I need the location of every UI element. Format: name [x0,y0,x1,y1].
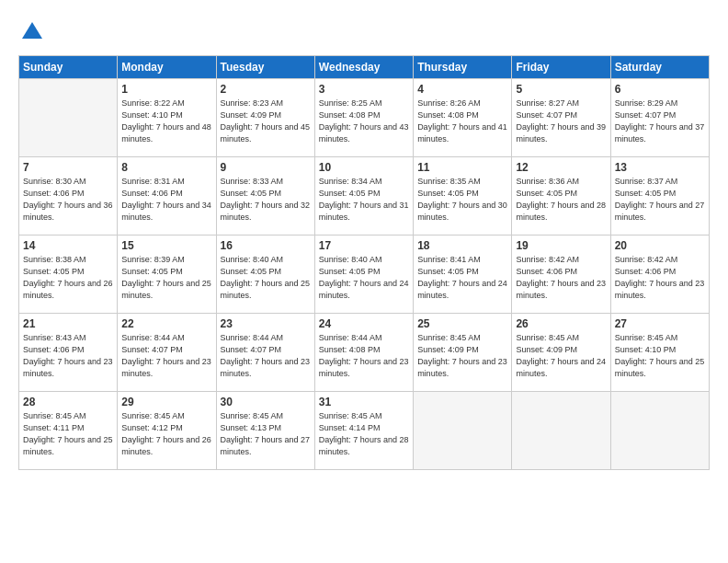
day-number: 3 [319,83,409,96]
weekday-header-wednesday: Wednesday [314,56,413,79]
day-info: Sunrise: 8:42 AMSunset: 4:06 PMDaylight:… [615,254,705,302]
day-info: Sunrise: 8:26 AMSunset: 4:08 PMDaylight:… [417,98,507,145]
day-cell: 24Sunrise: 8:44 AMSunset: 4:08 PMDayligh… [314,314,413,392]
day-cell: 11Sunrise: 8:35 AMSunset: 4:05 PMDayligh… [414,157,512,236]
day-info: Sunrise: 8:45 AMSunset: 4:10 PMDaylight:… [615,332,705,380]
day-cell: 13Sunrise: 8:37 AMSunset: 4:05 PMDayligh… [610,157,709,236]
logo [18,18,50,46]
day-cell [414,392,512,470]
weekday-header-monday: Monday [118,56,216,79]
day-number: 5 [516,83,606,96]
day-info: Sunrise: 8:40 AMSunset: 4:05 PMDaylight:… [221,254,311,302]
day-number: 2 [221,83,311,96]
day-cell: 21Sunrise: 8:43 AMSunset: 4:06 PMDayligh… [19,314,118,392]
day-number: 8 [121,161,211,174]
day-info: Sunrise: 8:38 AMSunset: 4:05 PMDaylight:… [23,254,113,302]
day-cell: 15Sunrise: 8:39 AMSunset: 4:05 PMDayligh… [118,236,216,314]
week-row-4: 28Sunrise: 8:45 AMSunset: 4:11 PMDayligh… [19,392,710,470]
day-info: Sunrise: 8:35 AMSunset: 4:05 PMDaylight:… [417,176,507,224]
day-number: 9 [221,161,311,174]
calendar: SundayMondayTuesdayWednesdayThursdayFrid… [18,55,710,470]
day-number: 24 [319,317,409,330]
day-info: Sunrise: 8:37 AMSunset: 4:05 PMDaylight:… [615,176,705,224]
day-number: 31 [319,396,409,408]
day-info: Sunrise: 8:33 AMSunset: 4:05 PMDaylight:… [221,176,311,224]
day-number: 25 [417,317,507,330]
week-row-2: 14Sunrise: 8:38 AMSunset: 4:05 PMDayligh… [19,236,710,314]
day-info: Sunrise: 8:44 AMSunset: 4:07 PMDaylight:… [121,332,211,380]
day-info: Sunrise: 8:43 AMSunset: 4:06 PMDaylight:… [23,332,113,380]
day-cell: 30Sunrise: 8:45 AMSunset: 4:13 PMDayligh… [216,392,314,470]
day-number: 18 [417,239,507,252]
day-cell: 5Sunrise: 8:27 AMSunset: 4:07 PMDaylight… [512,79,610,157]
day-info: Sunrise: 8:34 AMSunset: 4:05 PMDaylight:… [319,176,409,224]
week-row-0: 1Sunrise: 8:22 AMSunset: 4:10 PMDaylight… [19,79,710,157]
day-cell: 26Sunrise: 8:45 AMSunset: 4:09 PMDayligh… [512,314,610,392]
day-cell: 3Sunrise: 8:25 AMSunset: 4:08 PMDaylight… [314,79,413,157]
day-number: 4 [417,83,507,96]
day-number: 1 [121,83,211,96]
day-number: 13 [615,161,705,174]
day-number: 12 [516,161,606,174]
header [18,15,710,46]
day-cell: 17Sunrise: 8:40 AMSunset: 4:05 PMDayligh… [314,236,413,314]
day-number: 7 [23,161,113,174]
day-info: Sunrise: 8:44 AMSunset: 4:07 PMDaylight:… [221,332,311,380]
day-cell: 28Sunrise: 8:45 AMSunset: 4:11 PMDayligh… [19,392,118,470]
day-cell: 20Sunrise: 8:42 AMSunset: 4:06 PMDayligh… [610,236,709,314]
day-cell: 2Sunrise: 8:23 AMSunset: 4:09 PMDaylight… [216,79,314,157]
day-cell: 9Sunrise: 8:33 AMSunset: 4:05 PMDaylight… [216,157,314,236]
day-info: Sunrise: 8:45 AMSunset: 4:09 PMDaylight:… [417,332,507,380]
day-cell: 16Sunrise: 8:40 AMSunset: 4:05 PMDayligh… [216,236,314,314]
week-row-1: 7Sunrise: 8:30 AMSunset: 4:06 PMDaylight… [19,157,710,236]
day-number: 23 [221,317,311,330]
weekday-header-tuesday: Tuesday [216,56,314,79]
day-cell [512,392,610,470]
day-number: 19 [516,239,606,252]
day-info: Sunrise: 8:39 AMSunset: 4:05 PMDaylight:… [121,254,211,302]
day-info: Sunrise: 8:25 AMSunset: 4:08 PMDaylight:… [319,98,409,145]
weekday-header-row: SundayMondayTuesdayWednesdayThursdayFrid… [19,56,710,79]
day-cell: 23Sunrise: 8:44 AMSunset: 4:07 PMDayligh… [216,314,314,392]
day-info: Sunrise: 8:41 AMSunset: 4:05 PMDaylight:… [417,254,507,302]
day-cell: 29Sunrise: 8:45 AMSunset: 4:12 PMDayligh… [118,392,216,470]
day-number: 26 [516,317,606,330]
day-cell: 1Sunrise: 8:22 AMSunset: 4:10 PMDaylight… [118,79,216,157]
day-info: Sunrise: 8:27 AMSunset: 4:07 PMDaylight:… [516,98,606,145]
day-cell [19,79,118,157]
day-info: Sunrise: 8:45 AMSunset: 4:12 PMDaylight:… [121,410,211,458]
svg-rect-1 [29,33,35,39]
day-info: Sunrise: 8:44 AMSunset: 4:08 PMDaylight:… [319,332,409,380]
day-cell: 25Sunrise: 8:45 AMSunset: 4:09 PMDayligh… [414,314,512,392]
day-info: Sunrise: 8:45 AMSunset: 4:11 PMDaylight:… [23,410,113,458]
day-number: 15 [121,239,211,252]
day-cell: 14Sunrise: 8:38 AMSunset: 4:05 PMDayligh… [19,236,118,314]
day-number: 20 [615,239,705,252]
day-number: 6 [615,83,705,96]
day-cell: 18Sunrise: 8:41 AMSunset: 4:05 PMDayligh… [414,236,512,314]
weekday-header-saturday: Saturday [610,56,709,79]
day-cell: 8Sunrise: 8:31 AMSunset: 4:06 PMDaylight… [118,157,216,236]
day-cell: 22Sunrise: 8:44 AMSunset: 4:07 PMDayligh… [118,314,216,392]
day-cell: 31Sunrise: 8:45 AMSunset: 4:14 PMDayligh… [314,392,413,470]
day-info: Sunrise: 8:45 AMSunset: 4:13 PMDaylight:… [221,410,311,458]
day-number: 27 [615,317,705,330]
day-info: Sunrise: 8:36 AMSunset: 4:05 PMDaylight:… [516,176,606,224]
page: SundayMondayTuesdayWednesdayThursdayFrid… [0,0,728,563]
day-info: Sunrise: 8:23 AMSunset: 4:09 PMDaylight:… [221,98,311,145]
day-info: Sunrise: 8:45 AMSunset: 4:14 PMDaylight:… [319,410,409,458]
weekday-header-thursday: Thursday [414,56,512,79]
day-info: Sunrise: 8:29 AMSunset: 4:07 PMDaylight:… [615,98,705,145]
weekday-header-friday: Friday [512,56,610,79]
day-number: 14 [23,239,113,252]
day-number: 16 [221,239,311,252]
weekday-header-sunday: Sunday [19,56,118,79]
day-info: Sunrise: 8:31 AMSunset: 4:06 PMDaylight:… [121,176,211,224]
day-cell: 27Sunrise: 8:45 AMSunset: 4:10 PMDayligh… [610,314,709,392]
day-cell: 10Sunrise: 8:34 AMSunset: 4:05 PMDayligh… [314,157,413,236]
week-row-3: 21Sunrise: 8:43 AMSunset: 4:06 PMDayligh… [19,314,710,392]
day-number: 11 [417,161,507,174]
day-info: Sunrise: 8:40 AMSunset: 4:05 PMDaylight:… [319,254,409,302]
day-cell: 4Sunrise: 8:26 AMSunset: 4:08 PMDaylight… [414,79,512,157]
day-number: 22 [121,317,211,330]
